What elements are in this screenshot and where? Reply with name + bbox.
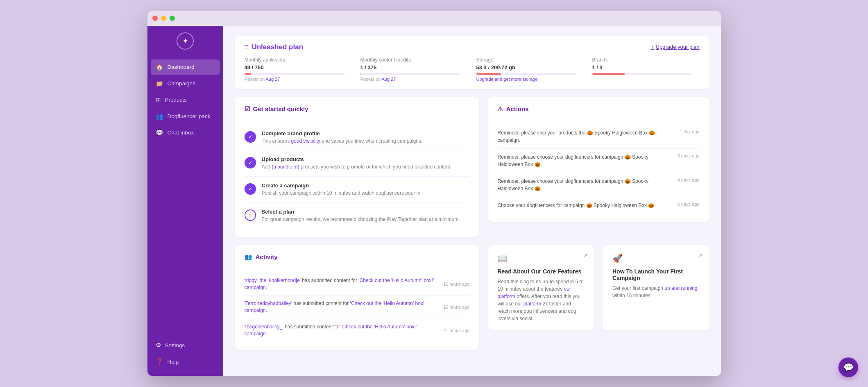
action-text-1: Reminder, please ship your products the … (497, 129, 675, 144)
metric-brands-label: Brands (592, 57, 691, 63)
plan-name: Unleashed plan (252, 43, 303, 51)
sidebar-nav: 🏠 Dashboard 📁 Campaigns ⊞ Products 👥 Dog… (147, 59, 223, 338)
info-card-campaign-desc: Get your first campaign up and running w… (612, 285, 700, 299)
action-time-4: 5 days ago (678, 202, 700, 207)
bottom-section: 👥 Activity 'ziggy_the_kooikerhondje' has… (235, 245, 709, 358)
step-4-content: Select a plan For great campaign results… (262, 209, 460, 223)
app-body: ✦ 🏠 Dashboard 📁 Campaigns ⊞ Products 👥 D (147, 26, 721, 376)
action-time-2: 3 days ago (678, 153, 700, 158)
plan-metrics: Monthly applicants 49 / 750 Resets on Au… (245, 57, 700, 82)
metric-storage-label: Storage (476, 57, 576, 63)
action-item-2: Reminder, please choose your dogfluencer… (497, 149, 699, 173)
sidebar-item-dogfluencer-pack[interactable]: 👥 Dogfluencer pack (151, 109, 220, 124)
campaigns-icon: 📁 (156, 80, 163, 87)
step-3-content: Create a campaign Publish your campaign … (262, 182, 422, 197)
home-icon: 🏠 (156, 64, 163, 71)
sidebar-item-campaigns[interactable]: 📁 Campaigns (151, 76, 220, 91)
step-2-title: Upload products (262, 156, 452, 162)
step-4: ○ Select a plan For great campaign resul… (245, 203, 470, 229)
step-2-icon: ✓ (245, 157, 256, 168)
app-window: ✦ 🏠 Dashboard 📁 Campaigns ⊞ Products 👥 D (147, 11, 721, 376)
info-card-features-desc: Read this blog to be up-to-speed in 5 to… (497, 278, 585, 322)
metric-brands-fill (592, 73, 625, 75)
activity-text-1: 'ziggy_the_kooikerhondje' has submitted … (245, 277, 439, 291)
step-1-desc: This ensures good visibility and saves y… (262, 138, 423, 145)
metric-brands-value: 1 / 3 (592, 64, 691, 71)
products-icon: ⊞ (156, 96, 161, 104)
book-icon: 📖 (497, 253, 585, 263)
action-item-1: Reminder, please ship your products the … (497, 125, 699, 149)
info-card-campaign-title: How To Launch Your First Campaign (612, 268, 700, 281)
chat-icon: 💬 (156, 129, 163, 137)
activity-item-2: 'Terrorteddybadbailey' has submitted con… (245, 296, 470, 319)
metric-storage-fill (476, 73, 501, 75)
action-text-3: Reminder, please choose your dogfluencer… (497, 178, 672, 192)
external-link-icon-campaign[interactable]: ↗ (698, 252, 703, 260)
activity-icon: 👥 (245, 253, 252, 261)
plan-banner: ≡ Unleashed plan ↑ Upgrade your plan Mon… (235, 36, 709, 89)
activity-time-2: 16 hours ago (443, 305, 469, 310)
actions-title: ⚠ Actions (497, 105, 699, 118)
sidebar-label-products: Products (165, 97, 187, 103)
sidebar-label-dogfluencer: Dogfluencer pack (168, 113, 211, 119)
sidebar-label-settings: Settings (165, 342, 185, 348)
sidebar-item-dashboard[interactable]: 🏠 Dashboard (151, 59, 220, 75)
plan-header: ≡ Unleashed plan ↑ Upgrade your plan (245, 43, 700, 51)
sidebar-item-products[interactable]: ⊞ Products (151, 92, 220, 108)
maximize-button[interactable] (170, 16, 175, 21)
metric-storage: Storage 53.3 / 209.72 gb Upgrade and get… (476, 57, 584, 82)
metric-storage-progress (476, 73, 576, 75)
metric-applicants: Monthly applicants 49 / 750 Resets on Au… (245, 57, 352, 82)
metric-applicants-label: Monthly applicants (245, 57, 344, 63)
actions-card: ⚠ Actions Reminder, please ship your pro… (487, 97, 709, 222)
action-item-3: Reminder, please choose your dogfluencer… (497, 173, 699, 197)
metric-credits: Monthly content credits 1 / 375 Resets o… (360, 57, 468, 82)
sidebar-label-chat: Chat inbox (168, 130, 194, 136)
metric-applicants-sub: Resets on Aug 27 (245, 77, 344, 82)
step-1-content: Complete brand profile This ensures good… (262, 130, 423, 145)
activity-col: 👥 Activity 'ziggy_the_kooikerhondje' has… (235, 245, 480, 358)
sidebar-bottom: ⚙ Settings ❓ Help (147, 337, 223, 369)
sidebar-item-help[interactable]: ❓ Help (151, 354, 220, 369)
metric-credits-progress (360, 73, 460, 75)
bottom-cards: ↗ 📖 Read About Our Core Features Read th… (487, 245, 709, 330)
metric-brands: Brands 1 / 3 (592, 57, 700, 82)
upgrade-link[interactable]: ↑ Upgrade your plan (651, 44, 699, 50)
step-3-desc: Publish your campaign within 10 minutes … (262, 190, 422, 197)
activity-list: 'ziggy_the_kooikerhondje' has submitted … (245, 273, 470, 342)
metric-applicants-value: 49 / 750 (245, 64, 344, 71)
sidebar: ✦ 🏠 Dashboard 📁 Campaigns ⊞ Products 👥 D (147, 26, 223, 376)
activity-time-1: 16 hours ago (443, 282, 469, 287)
steps-list: ✓ Complete brand profile This ensures go… (245, 125, 470, 229)
logo-icon: ✦ (177, 32, 194, 50)
action-time-3: 4 days ago (678, 178, 700, 182)
metric-credits-fill (360, 73, 361, 75)
external-link-icon-features[interactable]: ↗ (582, 252, 588, 260)
info-card-campaign: ↗ 🚀 How To Launch Your First Campaign Ge… (603, 245, 709, 330)
step-4-icon: ○ (245, 209, 256, 221)
metric-storage-sub: Upgrade and get more storage (476, 77, 576, 82)
get-started-title: ☑ Get started quickly (245, 105, 470, 118)
sidebar-item-chat-inbox[interactable]: 💬 Chat inbox (151, 125, 220, 141)
step-2-desc: Add (a bundle of) products you wish to p… (262, 164, 452, 171)
step-4-desc: For great campaign results, we recommend… (262, 216, 460, 223)
activity-card: 👥 Activity 'ziggy_the_kooikerhondje' has… (235, 245, 480, 350)
minimize-button[interactable] (161, 16, 166, 21)
action-text-4: Choose your dogfluencers for campaign 🎃 … (497, 202, 672, 209)
get-started-col: ☑ Get started quickly ✓ Complete brand p… (235, 97, 480, 237)
action-text-2: Reminder, please choose your dogfluencer… (497, 153, 672, 168)
sidebar-item-settings[interactable]: ⚙ Settings (151, 337, 220, 353)
actions-list: Reminder, please ship your products the … (497, 125, 699, 214)
activity-text-3: 'thegoldenbailey_' has submitted content… (245, 323, 439, 337)
sidebar-label-help: Help (168, 359, 179, 365)
sidebar-label-campaigns: Campaigns (168, 80, 195, 87)
chat-bubble-button[interactable]: 💬 (839, 357, 858, 377)
titlebar (147, 11, 721, 26)
activity-time-3: 21 hours ago (443, 328, 469, 333)
get-started-card: ☑ Get started quickly ✓ Complete brand p… (235, 97, 480, 237)
activity-item-3: 'thegoldenbailey_' has submitted content… (245, 319, 470, 342)
actions-col: ⚠ Actions Reminder, please ship your pro… (487, 97, 709, 237)
step-2-content: Upload products Add (a bundle of) produc… (262, 156, 452, 171)
close-button[interactable] (152, 16, 158, 21)
metric-credits-sub: Resets on Aug 27 (360, 77, 460, 82)
